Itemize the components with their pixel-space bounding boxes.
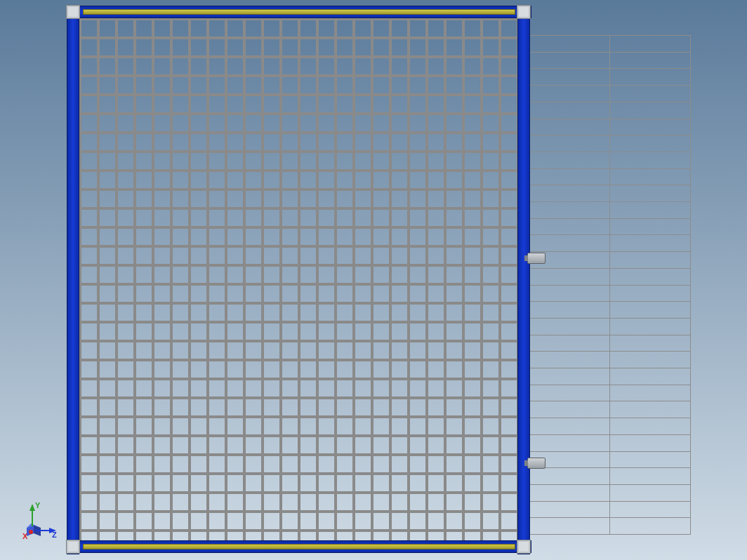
corner-cap-top-left	[66, 5, 80, 19]
main-fence-panel	[67, 6, 530, 553]
corner-cap-top-right	[517, 5, 531, 19]
wire-mesh	[79, 18, 518, 541]
hinge-lower	[527, 458, 546, 469]
cad-viewport[interactable]: Y Z X	[0, 0, 747, 560]
corner-cap-bottom-right	[517, 540, 531, 554]
y-axis-icon: Y	[29, 501, 41, 526]
view-triad[interactable]: Y Z X	[21, 497, 63, 539]
svg-point-7	[29, 530, 33, 534]
side-mesh-panel	[528, 35, 691, 535]
z-axis-label: Z	[52, 531, 57, 539]
frame-rail-top	[67, 6, 531, 18]
y-axis-label: Y	[35, 501, 41, 509]
hinge-upper	[527, 253, 546, 264]
corner-cap-bottom-left	[66, 540, 80, 554]
x-axis-label: X	[22, 532, 28, 540]
frame-post-right	[517, 6, 530, 554]
svg-marker-4	[29, 504, 35, 511]
frame-rail-bottom	[67, 540, 531, 553]
frame-post-left	[67, 6, 79, 554]
